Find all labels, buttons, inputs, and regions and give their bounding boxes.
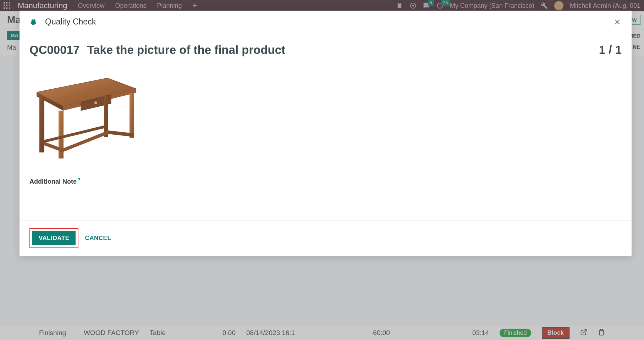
validate-highlight: VALIDATE: [29, 228, 78, 248]
modal-footer: VALIDATE CANCEL: [20, 220, 632, 256]
close-icon[interactable]: [613, 18, 622, 26]
qc-id: QC00017: [29, 43, 79, 56]
qc-counter: 1 / 1: [599, 43, 622, 57]
cancel-button[interactable]: CANCEL: [85, 235, 111, 242]
svg-marker-18: [42, 125, 107, 143]
additional-note-label: Additional Note?: [29, 177, 622, 185]
quality-check-modal: Quality Check QC00017 Take the picture o…: [20, 11, 632, 256]
modal-title: Quality Check: [45, 17, 96, 27]
help-icon[interactable]: ?: [78, 177, 80, 182]
bug-icon: [29, 18, 37, 26]
modal-header: Quality Check: [20, 11, 632, 33]
qc-heading: QC00017 Take the picture of the final pr…: [29, 43, 285, 57]
qc-instruction: Take the picture of the final product: [87, 43, 285, 56]
svg-rect-13: [104, 95, 108, 137]
product-image[interactable]: [29, 71, 139, 163]
svg-point-10: [94, 101, 97, 104]
svg-rect-14: [130, 93, 134, 138]
svg-rect-11: [39, 96, 44, 152]
modal-body: QC00017 Take the picture of the final pr…: [20, 33, 632, 220]
validate-button[interactable]: VALIDATE: [32, 231, 76, 245]
